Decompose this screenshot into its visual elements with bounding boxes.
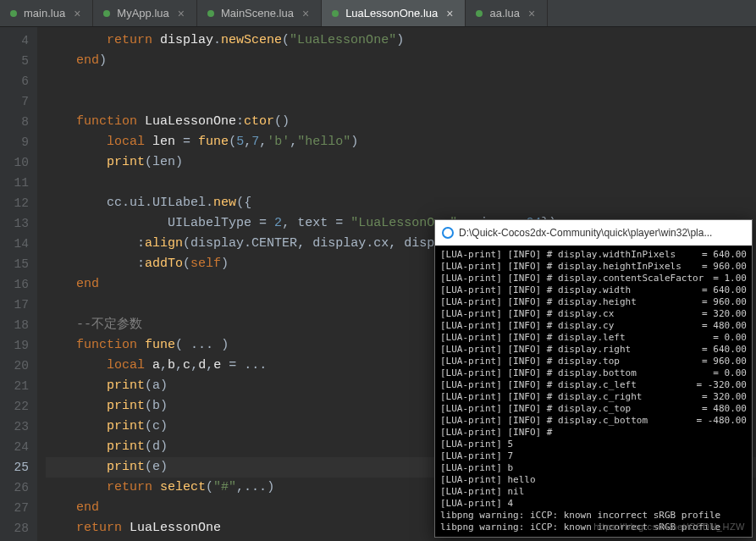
close-icon[interactable]: × xyxy=(72,8,82,19)
line-number: 19 xyxy=(0,335,29,356)
tab-label: aa.lua xyxy=(489,7,519,19)
console-line: [LUA-print] 7 xyxy=(440,450,747,462)
file-status-icon xyxy=(10,10,17,17)
line-number: 27 xyxy=(0,498,29,518)
line-number: 10 xyxy=(0,152,29,173)
tab-myapp-lua[interactable]: MyApp.lua× xyxy=(93,0,197,26)
console-line: [LUA-print] b xyxy=(440,462,747,474)
console-titlebar[interactable]: D:\Quick-Cocos2dx-Community\quick\player… xyxy=(435,220,752,246)
line-number: 13 xyxy=(0,213,29,234)
code-line xyxy=(46,91,756,112)
console-line: [LUA-print] 5 xyxy=(440,439,747,450)
line-number: 8 xyxy=(0,112,29,132)
close-icon[interactable]: × xyxy=(444,8,455,19)
console-title-text: D:\Quick-Cocos2dx-Community\quick\player… xyxy=(459,227,712,239)
console-line: [LUA-print] [INFO] # xyxy=(440,427,747,439)
tab-bar: main.lua×MyApp.lua×MainScene.lua×LuaLess… xyxy=(0,0,756,27)
code-line xyxy=(46,71,756,91)
line-number: 6 xyxy=(0,71,29,91)
console-line: [LUA-print] [INFO] # display.height= 960… xyxy=(440,296,747,308)
console-line: [LUA-print] [INFO] # display.c_left= -32… xyxy=(440,379,747,391)
line-number: 7 xyxy=(0,91,29,112)
close-icon[interactable]: × xyxy=(301,8,311,19)
line-number: 23 xyxy=(0,417,29,437)
line-number: 26 xyxy=(0,478,29,498)
code-line: return display.newScene("LuaLessonOne") xyxy=(46,30,756,51)
tab-main-lua[interactable]: main.lua× xyxy=(0,0,93,26)
line-number: 12 xyxy=(0,193,29,213)
console-line: [LUA-print] [INFO] # display.contentScal… xyxy=(440,273,747,284)
console-output: [LUA-print] [INFO] # display.widthInPixe… xyxy=(435,246,752,537)
line-number: 22 xyxy=(0,396,29,417)
console-line: [LUA-print] [INFO] # display.c_top= 480.… xyxy=(440,403,747,415)
close-icon[interactable]: × xyxy=(527,8,537,19)
console-window[interactable]: D:\Quick-Cocos2dx-Community\quick\player… xyxy=(434,219,753,538)
line-number: 9 xyxy=(0,132,29,152)
code-line: cc.ui.UILabel.new({ xyxy=(46,193,756,213)
console-line: [LUA-print] [INFO] # display.right= 640.… xyxy=(440,344,747,356)
console-favicon-icon xyxy=(442,227,454,239)
console-line: [LUA-print] [INFO] # display.left= 0.00 xyxy=(440,332,747,344)
console-line: [LUA-print] [INFO] # display.heightInPix… xyxy=(440,261,747,273)
line-number: 18 xyxy=(0,315,29,335)
line-number: 16 xyxy=(0,274,29,295)
console-line: [LUA-print] [INFO] # display.cx= 320.00 xyxy=(440,308,747,320)
line-number: 5 xyxy=(0,51,29,71)
line-number: 24 xyxy=(0,437,29,457)
file-status-icon xyxy=(103,10,110,17)
close-icon[interactable]: × xyxy=(176,8,186,19)
console-line: [LUA-print] [INFO] # display.bottom= 0.0… xyxy=(440,367,747,379)
code-line: function LuaLessonOne:ctor() xyxy=(46,112,756,132)
line-number: 11 xyxy=(0,173,29,193)
code-line: local len = fune(5,7,'b',"hello") xyxy=(46,132,756,152)
line-number: 20 xyxy=(0,356,29,376)
console-line: libpng warning: iCCP: known incorrect sR… xyxy=(440,522,747,533)
line-number: 28 xyxy=(0,518,29,538)
console-line: [LUA-print] [INFO] # display.cy= 480.00 xyxy=(440,320,747,332)
tab-label: main.lua xyxy=(24,7,65,19)
console-line: [LUA-print] 4 xyxy=(440,498,747,510)
console-line: [LUA-print] nil xyxy=(440,486,747,498)
console-line: [LUA-print] [INFO] # display.width= 640.… xyxy=(440,284,747,296)
line-gutter: 4567891011121314151617181920212223242526… xyxy=(0,27,37,541)
tab-label: LuaLessonOne.lua xyxy=(345,7,438,19)
tab-aa-lua[interactable]: aa.lua× xyxy=(466,0,548,26)
line-number: 14 xyxy=(0,234,29,254)
console-line: [LUA-print] [INFO] # display.c_right= 32… xyxy=(440,391,747,403)
line-number: 15 xyxy=(0,254,29,274)
tab-mainscene-lua[interactable]: MainScene.lua× xyxy=(197,0,322,26)
console-line: [LUA-print] [INFO] # display.c_bottom= -… xyxy=(440,415,747,427)
file-status-icon xyxy=(207,10,214,17)
console-line: libpng warning: iCCP: known incorrect sR… xyxy=(440,510,747,522)
line-number: 25 xyxy=(0,457,29,478)
tab-label: MainScene.lua xyxy=(221,7,294,19)
console-line: [LUA-print] [INFO] # display.widthInPixe… xyxy=(440,249,747,261)
code-line: end) xyxy=(46,51,756,71)
line-number: 21 xyxy=(0,376,29,396)
line-number: 4 xyxy=(0,30,29,51)
code-line xyxy=(46,173,756,193)
code-line: print(len) xyxy=(46,152,756,173)
console-line: [LUA-print] [INFO] # display.top= 960.00 xyxy=(440,356,747,367)
file-status-icon xyxy=(332,10,339,17)
tab-label: MyApp.lua xyxy=(117,7,168,19)
file-status-icon xyxy=(476,10,483,17)
line-number: 17 xyxy=(0,295,29,315)
console-line: [LUA-print] hello xyxy=(440,474,747,486)
tab-lualessonone-lua[interactable]: LuaLessonOne.lua× xyxy=(322,0,466,26)
